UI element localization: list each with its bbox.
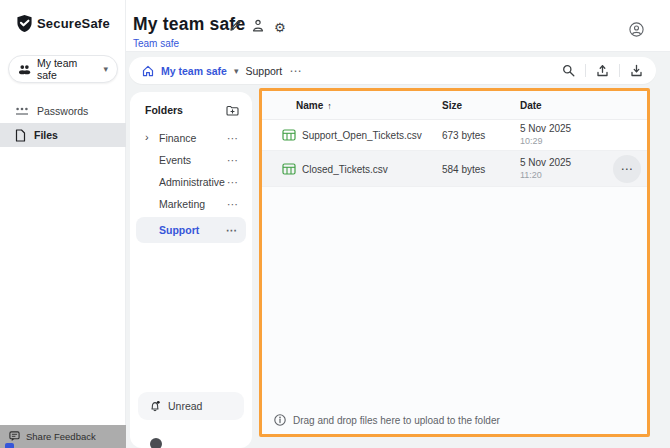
column-header-name[interactable]: Name↑ xyxy=(296,91,332,121)
dropzone-hint-text: Drag and drop files here to upload to th… xyxy=(293,415,500,426)
breadcrumb-root[interactable]: My team safe xyxy=(161,65,227,77)
sidebar-item-files[interactable]: Files xyxy=(0,123,126,147)
download-button[interactable] xyxy=(630,64,643,77)
chevron-down-icon: ▾ xyxy=(103,64,108,74)
column-header-size[interactable]: Size xyxy=(442,91,462,120)
passwords-dots-icon xyxy=(15,106,29,116)
breadcrumb: My team safe ▾ Support ⋯ xyxy=(142,65,562,77)
file-row[interactable]: Support_Open_Tickets.csv 673 bytes 5 Nov… xyxy=(262,120,647,151)
chevron-down-icon[interactable]: ▾ xyxy=(234,66,239,76)
person-icon xyxy=(252,19,264,32)
folder-item-marketing[interactable]: Marketing ⋯ xyxy=(130,193,252,215)
file-drop-zone[interactable]: Name↑ Size Date Support_Open_Tickets.csv… xyxy=(259,88,650,437)
upload-button[interactable] xyxy=(596,64,609,77)
settings-button[interactable]: ⚙ xyxy=(274,18,286,36)
sidebar-item-passwords[interactable]: Passwords xyxy=(0,99,126,123)
app-logo: SecureSafe xyxy=(16,14,110,33)
folder-more-button[interactable]: ⋯ xyxy=(227,132,239,145)
toolbar-divider xyxy=(619,64,620,77)
row-more-button[interactable]: ⋯ xyxy=(613,155,641,183)
partial-bottom-icon[interactable] xyxy=(150,438,162,448)
column-header-date[interactable]: Date xyxy=(520,91,542,120)
breadcrumb-current[interactable]: Support xyxy=(245,65,282,77)
account-menu-button[interactable] xyxy=(629,22,644,37)
folder-label: Finance xyxy=(159,132,196,144)
folder-label: Support xyxy=(159,224,199,236)
search-button[interactable] xyxy=(562,64,575,77)
folders-panel-title: Folders xyxy=(145,104,183,116)
folder-more-button[interactable]: ⋯ xyxy=(227,176,239,189)
folders-panel: Folders › Finance ⋯ Events ⋯ Administrat… xyxy=(130,92,252,448)
folder-label: Events xyxy=(159,154,191,166)
share-feedback-button[interactable]: Share Feedback xyxy=(0,425,126,448)
safe-selector-dropdown[interactable]: My team safe ▾ xyxy=(8,55,118,83)
file-toolbar: My team safe ▾ Support ⋯ xyxy=(129,57,656,84)
sidebar-item-label: Files xyxy=(34,129,58,141)
feedback-bubble-icon xyxy=(9,431,20,442)
folder-label: Administrative xyxy=(159,176,225,188)
sort-ascending-icon: ↑ xyxy=(327,101,332,111)
csv-file-icon xyxy=(282,163,296,175)
new-folder-button[interactable] xyxy=(226,105,239,116)
folder-item-support-selected[interactable]: Support ⋯ xyxy=(136,217,246,243)
account-circle-icon xyxy=(629,22,644,37)
file-time: 10:29 xyxy=(520,136,543,146)
file-row-hovered[interactable]: Closed_Tickets.csv 584 bytes 5 Nov 2025 … xyxy=(262,151,647,187)
home-icon xyxy=(142,65,154,77)
file-name: Support_Open_Tickets.csv xyxy=(302,130,422,141)
edit-safe-button[interactable] xyxy=(229,19,242,32)
sidebar: SecureSafe My team safe ▾ Passwords File… xyxy=(0,0,126,448)
folder-more-button[interactable]: ⋯ xyxy=(226,224,238,237)
toolbar-divider xyxy=(585,64,586,77)
folder-item-events[interactable]: Events ⋯ xyxy=(130,149,252,171)
sidebar-item-label: Passwords xyxy=(37,105,88,117)
brand-name: SecureSafe xyxy=(37,16,110,31)
team-people-icon xyxy=(18,64,31,75)
unread-label: Unread xyxy=(168,400,202,412)
dropzone-hint: Drag and drop files here to upload to th… xyxy=(274,414,500,426)
file-date: 5 Nov 2025 11:20 xyxy=(520,157,571,181)
file-time: 11:20 xyxy=(520,170,542,180)
folder-item-finance[interactable]: › Finance ⋯ xyxy=(130,127,252,149)
unread-filter-button[interactable]: Unread xyxy=(138,392,244,420)
notification-bell-icon xyxy=(149,400,161,412)
file-date: 5 Nov 2025 10:29 xyxy=(520,123,571,147)
safe-selector-label: My team safe xyxy=(37,57,97,81)
folder-more-button[interactable]: ⋯ xyxy=(227,154,239,167)
info-icon xyxy=(274,414,286,426)
shield-logo-icon xyxy=(16,14,33,33)
folder-label: Marketing xyxy=(159,198,205,210)
breadcrumb-more-button[interactable]: ⋯ xyxy=(289,66,302,76)
team-safe-breadcrumb-link[interactable]: Team safe xyxy=(133,38,179,49)
file-size: 673 bytes xyxy=(442,130,485,141)
gear-icon: ⚙ xyxy=(274,20,286,35)
file-table-header: Name↑ Size Date xyxy=(262,91,647,120)
csv-file-icon xyxy=(282,129,296,141)
folder-more-button[interactable]: ⋯ xyxy=(227,198,239,211)
file-document-icon xyxy=(15,129,26,142)
folder-item-administrative[interactable]: Administrative ⋯ xyxy=(130,171,252,193)
file-size: 584 bytes xyxy=(442,163,485,174)
share-feedback-label: Share Feedback xyxy=(26,431,96,442)
members-button[interactable] xyxy=(252,19,264,32)
chevron-right-icon[interactable]: › xyxy=(145,131,149,143)
chat-widget-fragment xyxy=(5,443,14,448)
file-name: Closed_Tickets.csv xyxy=(302,163,388,174)
pencil-icon xyxy=(229,19,242,32)
